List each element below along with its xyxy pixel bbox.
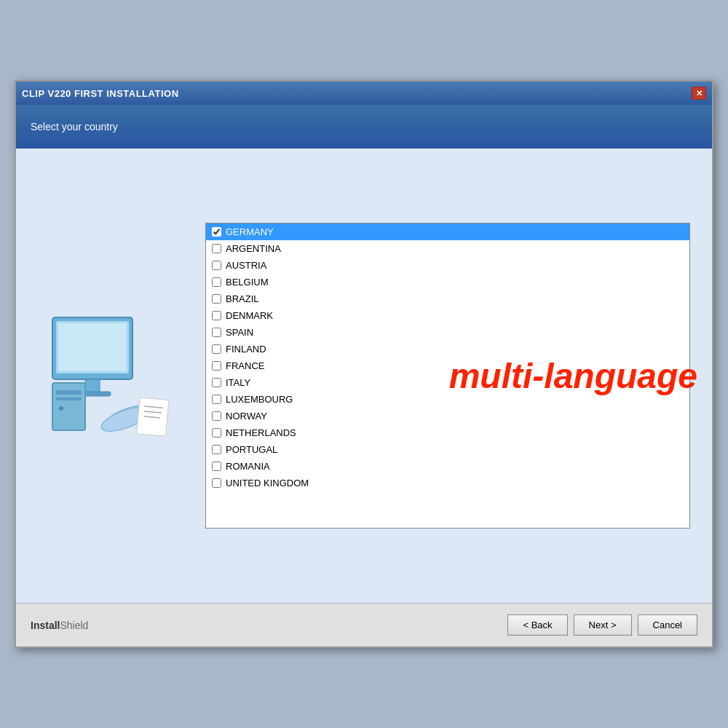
country-name: DENMARK bbox=[226, 310, 273, 321]
list-item[interactable]: FRANCE bbox=[206, 357, 689, 374]
next-button[interactable]: Next > bbox=[574, 614, 632, 636]
list-item[interactable]: GERMANY bbox=[206, 223, 689, 240]
list-item[interactable]: UNITED KINGDOM bbox=[206, 475, 689, 491]
country-name: AUSTRIA bbox=[226, 260, 266, 271]
list-item[interactable]: AUSTRIA bbox=[206, 257, 689, 274]
country-list[interactable]: GERMANYARGENTINAAUSTRIABELGIUMBRAZILDENM… bbox=[205, 223, 690, 529]
country-name: SPAIN bbox=[226, 327, 253, 338]
list-item[interactable]: NETHERLANDS bbox=[206, 424, 689, 441]
svg-rect-3 bbox=[85, 379, 100, 392]
list-item[interactable]: LUXEMBOURG bbox=[206, 391, 689, 408]
country-checkbox[interactable] bbox=[212, 462, 221, 471]
header-band: Select your country bbox=[16, 105, 712, 149]
country-name: UNITED KINGDOM bbox=[226, 478, 309, 488]
country-name: NORWAY bbox=[226, 411, 267, 422]
country-checkbox[interactable] bbox=[212, 411, 221, 421]
country-checkbox[interactable] bbox=[212, 227, 221, 237]
country-checkbox[interactable] bbox=[212, 244, 221, 253]
svg-rect-5 bbox=[52, 383, 85, 430]
back-button[interactable]: < Back bbox=[507, 614, 567, 636]
country-checkbox[interactable] bbox=[212, 428, 221, 438]
svg-rect-2 bbox=[58, 323, 127, 371]
install-text: Install bbox=[31, 620, 60, 631]
close-button[interactable]: ✕ bbox=[692, 87, 706, 100]
country-name: BRAZIL bbox=[226, 293, 259, 304]
country-name: GERMANY bbox=[226, 226, 274, 237]
country-name: FRANCE bbox=[226, 360, 264, 371]
list-item[interactable]: ROMANIA bbox=[206, 458, 689, 475]
list-item[interactable]: DENMARK bbox=[206, 307, 689, 324]
country-checkbox[interactable] bbox=[212, 445, 221, 454]
svg-rect-7 bbox=[56, 397, 82, 400]
country-checkbox[interactable] bbox=[212, 361, 221, 371]
list-item[interactable]: ARGENTINA bbox=[206, 240, 689, 257]
country-name: LUXEMBOURG bbox=[226, 394, 293, 405]
list-item[interactable]: NORWAY bbox=[206, 408, 689, 424]
bottom-bar: InstallShield < Back Next > Cancel bbox=[16, 603, 712, 646]
svg-rect-6 bbox=[56, 390, 82, 395]
country-name: ROMANIA bbox=[226, 461, 270, 472]
computer-illustration bbox=[38, 303, 183, 448]
header-text: Select your country bbox=[31, 121, 118, 132]
country-checkbox[interactable] bbox=[212, 261, 221, 270]
list-item[interactable]: BELGIUM bbox=[206, 274, 689, 290]
title-bar: CLIP V220 FIRST INSTALLATION ✕ bbox=[16, 82, 712, 105]
list-item[interactable]: SPAIN bbox=[206, 324, 689, 341]
country-checkbox[interactable] bbox=[212, 478, 221, 488]
cancel-button[interactable]: Cancel bbox=[638, 614, 697, 636]
svg-point-8 bbox=[59, 406, 63, 411]
country-name: ITALY bbox=[226, 377, 250, 388]
country-checkbox[interactable] bbox=[212, 378, 221, 387]
country-name: ARGENTINA bbox=[226, 243, 281, 254]
bottom-buttons: < Back Next > Cancel bbox=[507, 614, 697, 636]
country-name: NETHERLANDS bbox=[226, 427, 296, 438]
window-title: CLIP V220 FIRST INSTALLATION bbox=[22, 88, 179, 99]
content-area: GERMANYARGENTINAAUSTRIABELGIUMBRAZILDENM… bbox=[16, 149, 712, 603]
list-item[interactable]: BRAZIL bbox=[206, 290, 689, 307]
list-item[interactable]: FINLAND bbox=[206, 341, 689, 357]
computer-icon bbox=[45, 310, 176, 441]
country-name: FINLAND bbox=[226, 344, 266, 355]
country-checkbox[interactable] bbox=[212, 311, 221, 320]
country-checkbox[interactable] bbox=[212, 277, 221, 287]
country-checkbox[interactable] bbox=[212, 294, 221, 304]
country-name: PORTUGAL bbox=[226, 444, 277, 455]
country-checkbox[interactable] bbox=[212, 328, 221, 337]
title-bar-controls: ✕ bbox=[692, 87, 706, 100]
main-window: CLIP V220 FIRST INSTALLATION ✕ Select yo… bbox=[15, 80, 713, 648]
list-item[interactable]: ITALY bbox=[206, 374, 689, 391]
list-item[interactable]: PORTUGAL bbox=[206, 441, 689, 458]
installshield-logo: InstallShield bbox=[31, 620, 88, 631]
country-name: BELGIUM bbox=[226, 277, 269, 288]
shield-text: Shield bbox=[60, 620, 88, 631]
country-list-container: GERMANYARGENTINAAUSTRIABELGIUMBRAZILDENM… bbox=[205, 223, 690, 529]
country-checkbox[interactable] bbox=[212, 344, 221, 354]
country-checkbox[interactable] bbox=[212, 395, 221, 404]
